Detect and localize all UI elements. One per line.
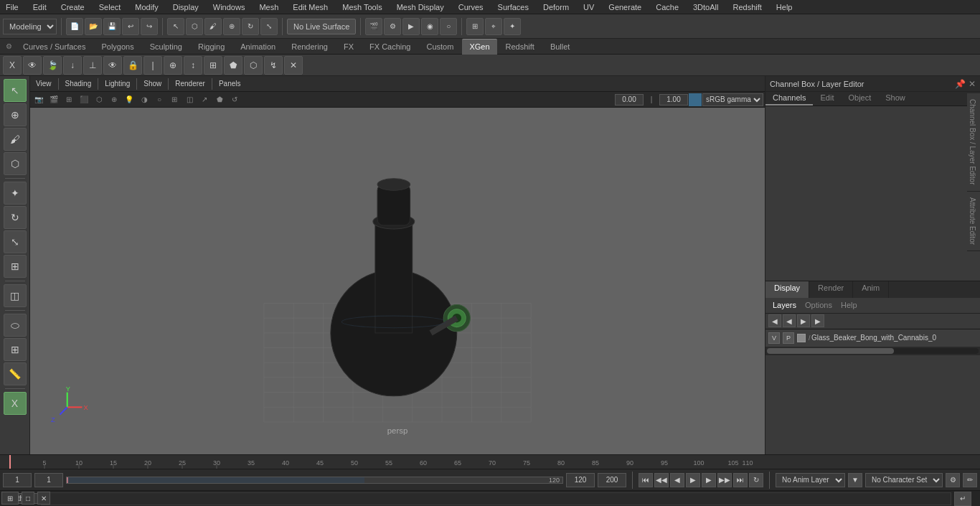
vp-lighting-menu[interactable]: Lighting xyxy=(102,78,133,90)
pb-goto-end[interactable]: ⏭ xyxy=(733,473,748,487)
snap-point-btn[interactable]: ✦ xyxy=(504,18,521,35)
measure-tool[interactable]: 📏 xyxy=(4,362,27,385)
script-enter-btn[interactable]: ↵ xyxy=(954,492,971,506)
cb-close-icon[interactable]: ✕ xyxy=(969,79,976,89)
tab-rigging[interactable]: Rigging xyxy=(191,39,232,55)
current-frame-input[interactable] xyxy=(3,473,32,487)
open-file-btn[interactable]: 📂 xyxy=(85,18,102,35)
show-manip-tool[interactable]: ◫ xyxy=(4,284,27,307)
layers-tab-layers[interactable]: Layers xyxy=(770,301,799,309)
vp-shadow-icon[interactable]: ◑ xyxy=(137,93,151,106)
xgen-btn8[interactable]: | xyxy=(143,56,162,75)
layer-fwd-btn[interactable]: ▶ xyxy=(797,314,810,327)
transform-tool2[interactable]: ⊞ xyxy=(4,255,27,278)
tab-animation[interactable]: Animation xyxy=(233,39,283,55)
transform-btn[interactable]: ⊕ xyxy=(223,18,240,35)
rotate-btn[interactable]: ↻ xyxy=(242,18,259,35)
scrollbar-thumb[interactable] xyxy=(767,348,894,354)
menu-deform[interactable]: Deform xyxy=(540,3,572,11)
xgen-tool-icon[interactable]: X xyxy=(4,392,27,415)
pb-goto-start[interactable]: ⏮ xyxy=(639,473,653,487)
snap-curve-btn[interactable]: ⌖ xyxy=(485,18,502,35)
vp-film-icon[interactable]: 🎬 xyxy=(47,93,61,106)
window-icon1[interactable]: ⊞ xyxy=(1,492,19,505)
tab-custom[interactable]: Custom xyxy=(420,39,461,55)
vp-camera-icon[interactable]: 📷 xyxy=(32,93,46,106)
menu-3dtoll[interactable]: 3DtoAll xyxy=(690,3,721,11)
tab-bullet[interactable]: Bullet xyxy=(543,39,578,55)
layers-tab-options[interactable]: Options xyxy=(802,301,835,309)
menu-display[interactable]: Display xyxy=(170,3,202,11)
window-close-btn[interactable]: ✕ xyxy=(37,492,50,505)
menu-edit[interactable]: Edit xyxy=(30,3,50,11)
camera-far-input[interactable] xyxy=(659,94,688,106)
vp-show-menu[interactable]: Show xyxy=(141,78,164,90)
snap-grid-btn[interactable]: ⊞ xyxy=(466,18,484,35)
tab-redshift[interactable]: Redshift xyxy=(499,39,542,55)
window-restore-btn[interactable]: □ xyxy=(22,492,34,505)
lasso-tool[interactable]: ⬡ xyxy=(4,152,27,175)
script-input[interactable] xyxy=(41,492,951,505)
menu-file[interactable]: File xyxy=(3,3,22,11)
vp-hud-icon[interactable]: ◫ xyxy=(182,93,197,106)
vp-panels-menu[interactable]: Panels xyxy=(216,78,244,90)
snap-grid-tool[interactable]: ⊞ xyxy=(4,338,27,361)
menu-mesh[interactable]: Mesh xyxy=(256,3,281,11)
paint-sel-tool[interactable]: 🖌 xyxy=(4,128,27,151)
camera-near-input[interactable] xyxy=(615,94,644,106)
translate-tool[interactable]: ✦ xyxy=(4,182,27,205)
cb-tab-channels[interactable]: Channels xyxy=(765,92,813,106)
menu-surfaces[interactable]: Surfaces xyxy=(495,3,532,11)
vp-shading-menu[interactable]: Shading xyxy=(62,78,95,90)
color-profile-select[interactable]: sRGB gamma xyxy=(702,93,763,106)
menu-create[interactable]: Create xyxy=(58,3,88,11)
select-tool[interactable]: ↖ xyxy=(4,79,27,102)
layer-visibility-toggle[interactable]: V xyxy=(768,332,780,344)
soft-sel-tool[interactable]: ⬭ xyxy=(4,314,27,337)
render-btn[interactable]: 🎬 xyxy=(365,18,382,35)
cb-tab-object[interactable]: Object xyxy=(841,92,878,106)
workspace-selector[interactable]: Modeling xyxy=(3,19,57,34)
edge-tab-channel-box[interactable]: Channel Box / Layer Editor xyxy=(967,93,980,192)
menu-cache[interactable]: Cache xyxy=(653,3,682,11)
lasso-btn[interactable]: ⬡ xyxy=(186,18,203,35)
char-set-edit[interactable]: ✏ xyxy=(963,473,977,487)
char-set-settings[interactable]: ⚙ xyxy=(946,473,960,487)
pb-step-fwd[interactable]: ▶▶ xyxy=(717,473,732,487)
menu-redshift[interactable]: Redshift xyxy=(730,3,764,11)
xgen-btn14[interactable]: ↯ xyxy=(264,56,283,75)
tab-fx-caching[interactable]: FX Caching xyxy=(362,39,418,55)
xgen-btn15[interactable]: ✕ xyxy=(284,56,303,75)
select-btn[interactable]: ↖ xyxy=(167,18,184,35)
xgen-btn7[interactable]: 🔒 xyxy=(123,56,142,75)
vp-region-icon[interactable]: ⊞ xyxy=(62,93,76,106)
vp-poly-icon[interactable]: ⬟ xyxy=(212,93,227,106)
menu-edit-mesh[interactable]: Edit Mesh xyxy=(290,3,331,11)
menu-mesh-tools[interactable]: Mesh Tools xyxy=(339,3,385,11)
pb-loop[interactable]: ↻ xyxy=(749,473,763,487)
char-set-select[interactable]: No Character Set xyxy=(865,473,943,487)
move-tool[interactable]: ⊕ xyxy=(4,103,27,126)
xgen-btn12[interactable]: ⬟ xyxy=(224,56,242,75)
layer-new-btn[interactable]: ◀ xyxy=(768,314,781,327)
scale-btn[interactable]: ⤡ xyxy=(260,18,278,35)
menu-modify[interactable]: Modify xyxy=(132,3,161,11)
dra-display-tab[interactable]: Display xyxy=(765,281,809,298)
menu-curves[interactable]: Curves xyxy=(456,3,486,11)
new-file-btn[interactable]: 📄 xyxy=(66,18,83,35)
xgen-btn6[interactable]: 👁 xyxy=(103,56,122,75)
total-frames-input[interactable] xyxy=(598,473,626,487)
layers-tab-help[interactable]: Help xyxy=(838,301,860,309)
live-surface-btn[interactable]: No Live Surface xyxy=(287,19,356,34)
menu-help[interactable]: Help xyxy=(773,3,796,11)
pb-back[interactable]: ◀ xyxy=(670,473,684,487)
vp-color-swatch[interactable] xyxy=(689,93,702,106)
vp-smooth-icon[interactable]: ⬡ xyxy=(92,93,106,106)
undo-btn[interactable]: ↩ xyxy=(122,18,139,35)
frame-range-end-input[interactable] xyxy=(566,473,595,487)
display-toggle-btn[interactable]: ◉ xyxy=(421,18,438,35)
xray-btn[interactable]: ○ xyxy=(440,18,457,35)
menu-uv[interactable]: UV xyxy=(580,3,597,11)
xgen-btn9[interactable]: ⊕ xyxy=(164,56,182,75)
pb-step-back[interactable]: ◀◀ xyxy=(654,473,669,487)
